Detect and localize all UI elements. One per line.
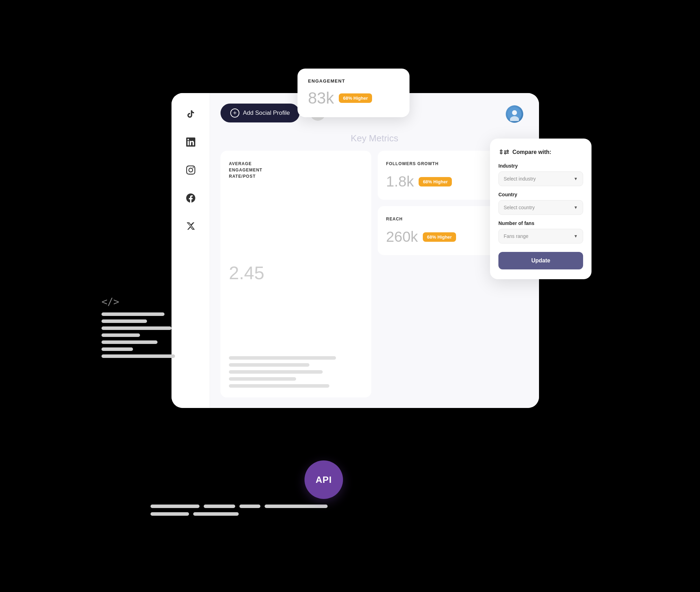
engagement-label: ENGAGEMENT (308, 78, 399, 84)
bottom-line (150, 505, 200, 508)
tiktok-icon[interactable] (184, 107, 198, 121)
engagement-card: ENGAGEMENT 83k 68% Higher (298, 69, 410, 117)
metrics-grid: AVERAGEENGAGEMENTRATE/POST 2.45 FOLLOWER… (220, 151, 528, 397)
fans-label: Number of fans (498, 220, 583, 226)
add-profile-button[interactable]: + Add Social Profile (220, 104, 300, 122)
plus-circle-icon: + (230, 108, 239, 118)
svg-point-1 (512, 110, 517, 115)
reach-value: 260k (386, 228, 418, 245)
api-badge: API (304, 460, 343, 499)
skeleton-line (229, 384, 329, 388)
industry-placeholder: Select industry (504, 176, 536, 182)
avg-engagement-value: 2.45 (229, 262, 363, 283)
skeleton-line (229, 363, 309, 367)
code-line (102, 319, 147, 323)
add-profile-label: Add Social Profile (243, 110, 290, 117)
country-label: Country (498, 192, 583, 197)
bottom-code-lines (150, 505, 328, 520)
industry-label: Industry (498, 163, 583, 169)
skeleton-line (229, 377, 296, 381)
compare-title: ⇕⇄ Compare with: (498, 148, 583, 156)
engagement-value-row: 83k 68% Higher (308, 89, 399, 107)
twitter-icon[interactable] (184, 219, 198, 233)
followers-higher-badge: 68% Higher (419, 177, 452, 186)
bottom-line-row (150, 505, 328, 508)
skeleton-line (229, 370, 323, 374)
reach-higher-badge: 68% Higher (423, 232, 456, 242)
code-tag: </> (102, 296, 175, 308)
avg-engagement-title: AVERAGEENGAGEMENTRATE/POST (229, 161, 363, 179)
compare-panel: ⇕⇄ Compare with: Industry Select industr… (490, 139, 592, 279)
compare-title-text: Compare with: (512, 149, 551, 155)
user-avatar (506, 105, 523, 123)
chevron-down-icon: ▼ (574, 176, 578, 181)
api-badge-text: API (316, 474, 332, 485)
bottom-line (193, 512, 239, 516)
code-line (102, 333, 140, 337)
code-line (102, 347, 133, 351)
code-line (102, 354, 175, 358)
dashboard-card: + Add Social Profile Key Metrics AVERAGE… (172, 93, 539, 408)
update-button[interactable]: Update (498, 252, 583, 269)
country-placeholder: Select country (504, 205, 535, 210)
chevron-down-icon: ▼ (574, 205, 578, 210)
chevron-down-icon: ▼ (574, 234, 578, 239)
linkedin-icon[interactable] (184, 135, 198, 149)
followers-growth-value: 1.8k (386, 173, 414, 190)
skeleton-line (229, 356, 336, 360)
bottom-line (204, 505, 235, 508)
engagement-value: 83k (308, 89, 334, 107)
code-line (102, 340, 158, 344)
bottom-line (239, 505, 260, 508)
bottom-line (265, 505, 328, 508)
key-metrics-label: Key Metrics (220, 133, 528, 144)
country-select[interactable]: Select country ▼ (498, 200, 583, 215)
code-section: </> (102, 296, 175, 358)
facebook-icon[interactable] (184, 191, 198, 205)
industry-select[interactable]: Select industry ▼ (498, 171, 583, 186)
code-line-group (102, 312, 175, 358)
code-line (102, 312, 164, 316)
compare-icon: ⇕⇄ (498, 148, 509, 156)
fans-select[interactable]: Fans range ▼ (498, 229, 583, 244)
skeleton-lines (229, 356, 363, 388)
sidebar (172, 93, 210, 408)
main-content: + Add Social Profile Key Metrics AVERAGE… (210, 93, 539, 408)
avg-engagement-card: AVERAGEENGAGEMENTRATE/POST 2.45 (220, 151, 371, 397)
bottom-line (150, 512, 189, 516)
code-line (102, 326, 172, 330)
engagement-badge: 68% Higher (339, 93, 372, 103)
instagram-icon[interactable] (184, 163, 198, 177)
fans-placeholder: Fans range (504, 233, 528, 239)
bottom-line-row (150, 512, 328, 516)
